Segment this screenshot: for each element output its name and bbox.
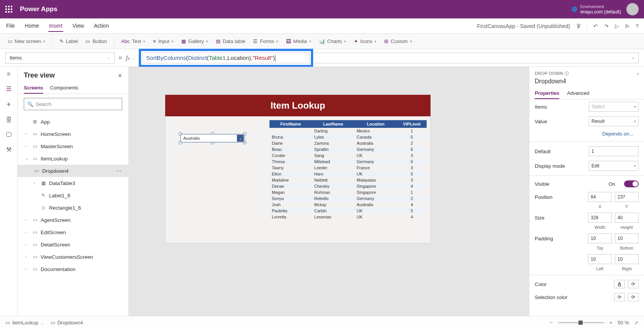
padding-left-input[interactable]: 10 — [588, 254, 612, 264]
tree-detailscreen[interactable]: ›▭DetailScreen — [18, 238, 128, 251]
chevron-right-icon[interactable]: › — [637, 71, 639, 76]
visible-toggle[interactable] — [624, 180, 639, 187]
table-row[interactable]: PaulettaCarbinUK5 — [269, 208, 427, 214]
play-icon[interactable]: ▷ — [615, 23, 619, 29]
redo-icon[interactable]: ↷ — [604, 23, 609, 29]
value-input[interactable]: Result▾ — [589, 116, 639, 126]
rail-treeview-icon[interactable]: ☰ — [6, 85, 12, 93]
fit-icon[interactable]: ⤢ — [634, 320, 639, 326]
dropdown-control[interactable]: Australia ⌄ — [181, 134, 245, 142]
table-row[interactable]: EltonHaroUK5 — [269, 171, 427, 177]
rail-insert-icon[interactable]: + — [7, 100, 11, 109]
data-table[interactable]: FirstNameLastNameLocationVIPLevel Darlin… — [269, 120, 427, 220]
table-row[interactable]: DarlingMexico1 — [269, 128, 427, 134]
custom-button[interactable]: ⊞Custom▾ — [382, 37, 414, 46]
menu-insert[interactable]: Insert — [48, 20, 63, 32]
input-button[interactable]: ≡Input▾ — [151, 37, 176, 46]
menu-view[interactable]: View — [72, 20, 85, 32]
tree-itemlookup[interactable]: ⌄▭ItemLookup — [18, 152, 128, 165]
table-row[interactable]: MeganRohmanSingapore1 — [269, 189, 427, 195]
padding-bottom-input[interactable]: 10 — [615, 233, 639, 243]
tab-components[interactable]: Components — [50, 83, 79, 94]
zoom-out-button[interactable]: − — [550, 320, 553, 326]
user-avatar[interactable] — [626, 3, 639, 15]
depends-link[interactable]: Depends on... — [602, 131, 633, 137]
property-selector[interactable]: Items⌄ — [5, 52, 115, 64]
zoom-slider[interactable] — [558, 322, 604, 323]
menu-home[interactable]: Home — [24, 20, 40, 32]
menu-action[interactable]: Action — [93, 20, 110, 32]
app-checker-icon[interactable]: ℣ — [577, 23, 581, 29]
tab-advanced[interactable]: Advanced — [567, 88, 589, 99]
share-icon[interactable]: ᐅ — [625, 23, 629, 29]
canvas-area[interactable]: Item Lookup Australia ⌄ FirstNameLastNam… — [129, 67, 529, 316]
environment-picker[interactable]: 🌐 Environment enayu.com (default) — [572, 4, 621, 15]
button-button[interactable]: ▭Button — [83, 37, 109, 46]
default-input[interactable]: 1 — [589, 146, 639, 156]
tree-editscreen[interactable]: ›▭EditScreen — [18, 226, 128, 238]
position-y-input[interactable]: 237 — [615, 192, 639, 202]
icons-button[interactable]: ✦Icons▾ — [352, 37, 379, 46]
tree-dropdown4[interactable]: ▭Dropdown4⋯ — [18, 165, 128, 177]
label-button[interactable]: ✎Label — [57, 37, 80, 46]
table-row[interactable]: CoralieSangUK3 — [269, 152, 427, 159]
text-button[interactable]: AbcText▾ — [119, 37, 148, 46]
sel-color-button[interactable]: ⟳ — [614, 293, 625, 301]
breadcrumb-screen[interactable]: ▭ItemLookup⌄ — [5, 320, 44, 326]
tree-label[interactable]: ✎Label1_6 — [18, 189, 128, 202]
tree-documentation[interactable]: ›▭Documentation — [18, 263, 128, 275]
table-row[interactable]: JoshMckayAustralia4 — [269, 202, 427, 208]
zoom-in-button[interactable]: + — [610, 320, 613, 326]
formula-input[interactable]: SortByColumns(Distinct(Table1, Location)… — [143, 53, 309, 63]
tree-datatable3[interactable]: ›▦DataTable3 — [18, 177, 128, 189]
breadcrumb-control[interactable]: ▭Dropdown4 — [51, 320, 83, 326]
new-screen-button[interactable]: ▭New screen▾ — [5, 37, 48, 46]
tree-homescreen[interactable]: ›▭HomeScreen — [18, 128, 128, 140]
media-button[interactable]: 🖼Media▾ — [284, 37, 313, 46]
chevron-down-icon[interactable]: ⌄ — [237, 135, 244, 142]
gallery-button[interactable]: ▦Gallery▾ — [179, 37, 210, 46]
table-row[interactable]: MadalineNeblettMalayasia3 — [269, 177, 427, 183]
table-row[interactable]: DaineZamoraAustralia2 — [269, 140, 427, 146]
formula-extended[interactable] — [314, 53, 639, 63]
undo-icon[interactable]: ↶ — [593, 23, 598, 29]
fx-label[interactable]: fx⌄ — [126, 55, 135, 61]
fill-color-button[interactable]: ⟳ — [628, 280, 639, 288]
more-icon[interactable]: ⋯ — [116, 168, 122, 174]
tree-app[interactable]: ⊞App — [18, 116, 128, 128]
table-row[interactable]: BrunaLylesCanada5 — [269, 134, 427, 140]
tree-viewcustomers[interactable]: ›▭ViewCustomersScreen — [18, 251, 128, 263]
padding-right-input[interactable]: 10 — [615, 254, 639, 264]
tree-close-icon[interactable]: ✕ — [118, 73, 122, 79]
canvas-screen[interactable]: Item Lookup Australia ⌄ FirstNameLastNam… — [165, 94, 431, 243]
tree-rectangle[interactable]: ◇Rectangle1_6 — [18, 202, 128, 214]
position-x-input[interactable]: 84 — [588, 192, 612, 202]
menu-file[interactable]: File — [5, 20, 16, 32]
tree-search[interactable]: 🔍 Search — [24, 98, 122, 110]
displaymode-input[interactable]: Edit▾ — [589, 161, 639, 171]
table-row[interactable]: TawnyLeederFrance3 — [269, 165, 427, 171]
table-row[interactable]: ThresaMilsteadGermany5 — [269, 159, 427, 165]
tab-screens[interactable]: Screens — [24, 83, 43, 94]
rail-advanced-icon[interactable]: ⚒ — [6, 146, 12, 153]
rail-data-icon[interactable]: 🗄 — [6, 117, 12, 124]
info-icon[interactable]: ⓘ — [565, 71, 569, 76]
size-w-input[interactable]: 328 — [588, 213, 612, 223]
padding-top-input[interactable]: 10 — [588, 233, 612, 243]
tree-masterscreen[interactable]: ›▭MasterScreen — [18, 140, 128, 152]
table-row[interactable]: BeauSpratlinGermany5 — [269, 146, 427, 152]
font-color-button[interactable]: A — [614, 280, 625, 288]
forms-button[interactable]: ☰Forms▾ — [251, 37, 281, 46]
table-row[interactable]: SonyaRebelloGermany2 — [269, 195, 427, 202]
rail-media-icon[interactable]: 🖵 — [6, 131, 12, 138]
help-icon[interactable]: ? — [636, 23, 639, 29]
tab-properties[interactable]: Properties — [535, 88, 559, 99]
size-h-input[interactable]: 40 — [615, 213, 639, 223]
tree-agentscreen[interactable]: ›▭AgentScreen — [18, 214, 128, 226]
app-launcher-icon[interactable] — [5, 6, 12, 13]
rail-hamburger-icon[interactable]: ≡ — [7, 71, 10, 78]
charts-button[interactable]: 📊Charts▾ — [317, 37, 348, 46]
items-input[interactable]: Table1▾ — [589, 102, 639, 112]
table-row[interactable]: LorrettaLessmanUK4 — [269, 214, 427, 220]
datatable-button[interactable]: ▤Data table — [214, 37, 248, 46]
